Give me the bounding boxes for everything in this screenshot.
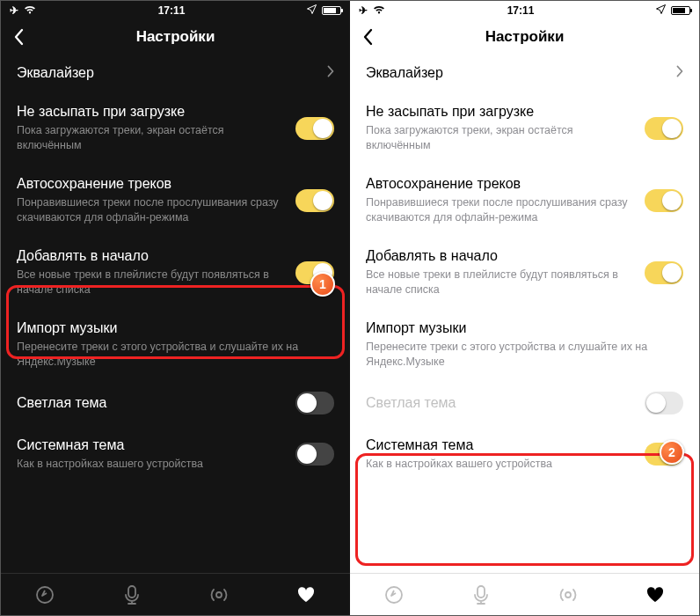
- back-button[interactable]: [8, 20, 29, 54]
- row-title: Светлая тема: [17, 394, 283, 411]
- tab-radio[interactable]: [558, 584, 579, 605]
- annotation-badge-2: 2: [660, 440, 684, 465]
- svg-rect-1: [128, 586, 135, 598]
- svg-point-5: [565, 592, 571, 598]
- row-subtitle: Пока загружаются треки, экран остаётся в…: [366, 123, 632, 153]
- chevron-right-icon: [676, 65, 683, 81]
- row-title: Добавлять в начало: [17, 247, 283, 264]
- toggle-keepawake[interactable]: [295, 117, 334, 140]
- tab-radio[interactable]: [208, 584, 230, 605]
- wifi-icon: [373, 4, 385, 17]
- row-title: Не засыпать при загрузке: [17, 103, 283, 120]
- annotation-badge-1: 1: [310, 272, 335, 297]
- status-bar: ✈︎ 17:11: [1, 1, 350, 20]
- screen-light: ✈︎ 17:11 Настройки Эквалайзер: [350, 1, 699, 615]
- row-title: Системная тема: [17, 436, 283, 453]
- row-subtitle: Понравившиеся треки после прослушивания …: [17, 195, 283, 225]
- toggle-systemtheme[interactable]: [295, 443, 334, 466]
- row-equalizer[interactable]: Эквалайзер: [1, 54, 350, 92]
- row-addtop: Добавлять в начало Все новые треки в пле…: [1, 237, 350, 309]
- tab-home[interactable]: [383, 584, 405, 605]
- row-title: Не засыпать при загрузке: [366, 103, 632, 120]
- svg-point-2: [216, 592, 222, 598]
- row-autosave: Автосохранение треков Понравившиеся трек…: [350, 165, 699, 237]
- row-systemtheme: Системная тема Как в настройках вашего у…: [350, 426, 699, 483]
- back-button[interactable]: [357, 20, 378, 54]
- battery-icon: [322, 6, 341, 15]
- tab-bar: [350, 573, 699, 615]
- header: Настройки: [350, 20, 699, 54]
- row-title: Автосохранение треков: [17, 175, 283, 192]
- status-bar: ✈︎ 17:11: [350, 1, 699, 20]
- toggle-autosave[interactable]: [295, 189, 334, 212]
- airplane-mode-icon: ✈︎: [10, 4, 18, 17]
- location-icon: [307, 4, 317, 17]
- row-import[interactable]: Импорт музыки Перенесите треки с этого у…: [1, 309, 350, 381]
- tab-bar: [1, 573, 350, 615]
- tab-favorites[interactable]: [645, 584, 666, 605]
- toggle-lighttheme[interactable]: [645, 392, 683, 414]
- row-equalizer[interactable]: Эквалайзер: [350, 54, 699, 92]
- row-title: Системная тема: [366, 436, 632, 453]
- tab-podcasts[interactable]: [470, 584, 492, 605]
- svg-rect-4: [478, 586, 485, 598]
- row-autosave: Автосохранение треков Понравившиеся трек…: [1, 165, 350, 237]
- row-lighttheme: Светлая тема: [350, 381, 699, 426]
- row-subtitle: Пока загружаются треки, экран остаётся в…: [17, 123, 283, 153]
- header: Настройки: [1, 20, 350, 54]
- location-icon: [656, 4, 666, 17]
- row-title: Эквалайзер: [366, 64, 664, 81]
- row-systemtheme: Системная тема Как в настройках вашего у…: [1, 426, 350, 483]
- battery-icon: [671, 6, 690, 15]
- screen-dark: ✈︎ 17:11 Настройки Эквалайзер: [1, 1, 350, 615]
- row-keepawake: Не засыпать при загрузке Пока загружаютс…: [350, 92, 699, 165]
- toggle-autosave[interactable]: [645, 189, 683, 212]
- toggle-lighttheme[interactable]: [295, 392, 334, 414]
- row-import[interactable]: Импорт музыки Перенесите треки с этого у…: [350, 309, 699, 381]
- settings-list: Эквалайзер Не засыпать при загрузке Пока…: [350, 54, 699, 573]
- airplane-mode-icon: ✈︎: [359, 4, 368, 17]
- row-subtitle: Как в настройках вашего устройства: [366, 457, 632, 472]
- row-subtitle: Перенесите треки с этого устройства и сл…: [17, 340, 322, 370]
- tab-podcasts[interactable]: [121, 584, 142, 605]
- row-title: Добавлять в начало: [366, 247, 632, 264]
- page-title: Настройки: [485, 28, 565, 46]
- tab-favorites[interactable]: [295, 584, 317, 605]
- toggle-addtop[interactable]: [645, 261, 683, 284]
- row-subtitle: Как в настройках вашего устройства: [17, 457, 283, 472]
- row-addtop: Добавлять в начало Все новые треки в пле…: [350, 237, 699, 309]
- row-title: Светлая тема: [366, 394, 632, 411]
- tab-home[interactable]: [34, 584, 55, 605]
- row-keepawake: Не засыпать при загрузке Пока загружаютс…: [1, 92, 350, 165]
- row-subtitle: Перенесите треки с этого устройства и сл…: [366, 340, 671, 370]
- clock: 17:11: [507, 4, 535, 17]
- settings-list: Эквалайзер Не засыпать при загрузке Пока…: [1, 54, 350, 573]
- row-subtitle: Все новые треки в плейлисте будут появля…: [17, 268, 283, 297]
- toggle-keepawake[interactable]: [645, 117, 683, 140]
- row-subtitle: Все новые треки в плейлисте будут появля…: [366, 268, 632, 297]
- chevron-right-icon: [327, 65, 334, 81]
- row-title: Импорт музыки: [17, 319, 322, 336]
- row-title: Эквалайзер: [17, 64, 315, 81]
- row-title: Импорт музыки: [366, 319, 671, 336]
- row-lighttheme: Светлая тема: [1, 381, 350, 426]
- row-title: Автосохранение треков: [366, 175, 632, 192]
- clock: 17:11: [158, 4, 186, 17]
- wifi-icon: [24, 4, 36, 17]
- row-subtitle: Понравившиеся треки после прослушивания …: [366, 195, 632, 225]
- page-title: Настройки: [136, 28, 215, 46]
